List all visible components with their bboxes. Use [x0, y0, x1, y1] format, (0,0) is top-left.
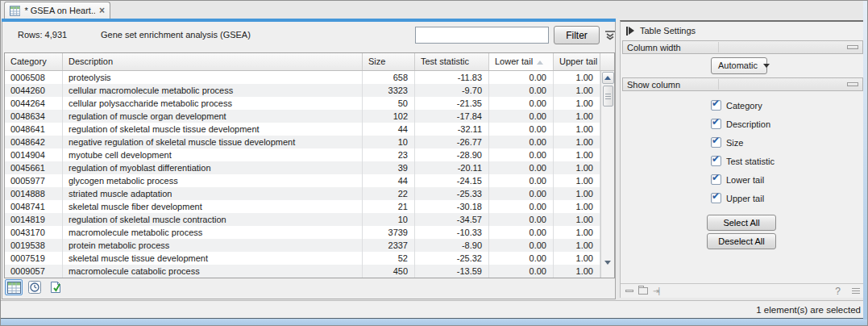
cell-upper-tail[interactable]: 1.00	[554, 123, 600, 136]
cell-lower-tail[interactable]: 0.00	[489, 213, 554, 226]
checkbox-checked-icon[interactable]: ✔	[711, 156, 721, 166]
cell-category[interactable]: 0045661	[5, 161, 63, 174]
cell-description[interactable]: glycogen metabolic process	[63, 174, 363, 187]
cell-upper-tail[interactable]: 1.00	[554, 226, 600, 239]
cell-lower-tail[interactable]: 0.00	[489, 136, 554, 148]
cell-description[interactable]: negative regulation of skeletal muscle t…	[63, 136, 363, 148]
cell-test-statistic[interactable]: -32.11	[415, 123, 489, 136]
side-panel-menu-icon[interactable]	[852, 288, 860, 294]
cell-test-statistic[interactable]: -11.83	[415, 71, 489, 84]
cell-category[interactable]: 0048634	[5, 110, 63, 123]
column-header-upper-tail[interactable]: Upper tail	[554, 53, 600, 70]
cell-category[interactable]: 0014904	[5, 148, 63, 161]
cell-size[interactable]: 52	[363, 252, 415, 265]
cell-size[interactable]: 50	[363, 97, 415, 110]
cell-test-statistic[interactable]: -24.15	[415, 174, 489, 187]
table-view-icon[interactable]	[5, 279, 23, 295]
cell-category[interactable]: 0048741	[5, 200, 63, 213]
column-header-category[interactable]: Category	[5, 53, 63, 70]
cell-lower-tail[interactable]: 0.00	[489, 110, 554, 123]
cell-description[interactable]: regulation of skeletal muscle contractio…	[63, 213, 363, 226]
cell-category[interactable]: 0014888	[5, 187, 63, 200]
float-side-panel-icon[interactable]	[638, 287, 648, 295]
side-panel-title-row[interactable]: Table Settings	[621, 22, 865, 40]
cell-lower-tail[interactable]: 0.00	[489, 226, 554, 239]
collapse-section-icon[interactable]	[847, 82, 858, 86]
table-row[interactable]: 0019538 protein metabolic process 2337 -…	[5, 239, 614, 252]
cell-upper-tail[interactable]: 1.00	[554, 84, 600, 97]
cell-size[interactable]: 39	[363, 161, 415, 174]
cell-upper-tail[interactable]: 1.00	[554, 239, 600, 252]
column-header-lower-tail[interactable]: Lower tail	[489, 53, 554, 70]
filter-search-input[interactable]	[415, 27, 549, 44]
cell-test-statistic[interactable]: -20.11	[415, 161, 489, 174]
table-row[interactable]: 0048642 negative regulation of skeletal …	[5, 136, 614, 148]
column-checkbox-row[interactable]: ✔ Test statistic	[621, 152, 865, 170]
cell-category[interactable]: 0014819	[5, 213, 63, 226]
column-header-size[interactable]: Size	[363, 53, 415, 70]
column-width-section-header[interactable]: Column width	[622, 40, 863, 54]
history-view-icon[interactable]	[26, 279, 44, 295]
cell-size[interactable]: 102	[363, 110, 415, 123]
cell-upper-tail[interactable]: 1.00	[554, 252, 600, 265]
table-row[interactable]: 0048741 skeletal muscle fiber developmen…	[5, 200, 614, 213]
cell-test-statistic[interactable]: -30.18	[415, 200, 489, 213]
cell-category[interactable]: 0009057	[5, 265, 63, 278]
cell-lower-tail[interactable]: 0.00	[489, 252, 554, 265]
cell-category[interactable]: 0019538	[5, 239, 63, 252]
cell-lower-tail[interactable]: 0.00	[489, 148, 554, 161]
cell-test-statistic[interactable]: -34.57	[415, 213, 489, 226]
cell-test-statistic[interactable]: -25.32	[415, 252, 489, 265]
cell-size[interactable]: 10	[363, 213, 415, 226]
cell-category[interactable]: 0043170	[5, 226, 63, 239]
cell-description[interactable]: protein metabolic process	[63, 239, 363, 252]
cell-description[interactable]: myotube cell development	[63, 148, 363, 161]
cell-size[interactable]: 44	[363, 174, 415, 187]
table-row[interactable]: 0014904 myotube cell development 23 -28.…	[5, 148, 614, 161]
table-row[interactable]: 0006508 proteolysis 658 -11.83 0.00 1.00	[5, 71, 614, 84]
cell-lower-tail[interactable]: 0.00	[489, 161, 554, 174]
table-row[interactable]: 0043170 macromolecule metabolic process …	[5, 226, 614, 239]
table-row[interactable]: 0007519 skeletal muscle tissue developme…	[5, 252, 614, 265]
cell-description[interactable]: macromolecule catabolic process	[63, 265, 363, 278]
table-row[interactable]: 0045661 regulation of myoblast different…	[5, 161, 614, 174]
tab-close-icon[interactable]: ×	[99, 5, 105, 16]
cell-test-statistic[interactable]: -13.59	[415, 265, 489, 278]
cell-description[interactable]: skeletal muscle fiber development	[63, 200, 363, 213]
cell-description[interactable]: proteolysis	[63, 71, 363, 84]
select-all-button[interactable]: Select All	[707, 215, 776, 231]
checkbox-checked-icon[interactable]: ✔	[711, 100, 721, 111]
cell-test-statistic[interactable]: -21.35	[415, 97, 489, 110]
cell-description[interactable]: regulation of muscle organ development	[63, 110, 363, 123]
help-icon[interactable]: ?	[835, 286, 841, 297]
cell-upper-tail[interactable]: 1.00	[554, 265, 600, 278]
cell-size[interactable]: 21	[363, 200, 415, 213]
cell-upper-tail[interactable]: 1.00	[554, 148, 600, 161]
cell-category[interactable]: 0048641	[5, 123, 63, 136]
scroll-down-button[interactable]	[604, 265, 611, 274]
cell-size[interactable]: 658	[363, 71, 415, 84]
table-row[interactable]: 0044260 cellular macromolecule metabolic…	[5, 84, 614, 97]
table-vertical-scrollbar[interactable]	[600, 71, 614, 278]
cell-category[interactable]: 0005977	[5, 174, 63, 187]
cell-upper-tail[interactable]: 1.00	[554, 71, 600, 84]
cell-size[interactable]: 3739	[363, 226, 415, 239]
cell-upper-tail[interactable]: 1.00	[554, 97, 600, 110]
cell-size[interactable]: 3323	[363, 84, 415, 97]
table-row[interactable]: 0014819 regulation of skeletal muscle co…	[5, 213, 614, 226]
cell-upper-tail[interactable]: 1.00	[554, 161, 600, 174]
cell-size[interactable]: 2337	[363, 239, 415, 252]
table-row[interactable]: 0009057 macromolecule catabolic process …	[5, 265, 614, 278]
deselect-all-button[interactable]: Deselect All	[707, 233, 776, 249]
cell-upper-tail[interactable]: 1.00	[554, 200, 600, 213]
table-row[interactable]: 0048641 regulation of skeletal muscle ti…	[5, 123, 614, 136]
cell-lower-tail[interactable]: 0.00	[489, 187, 554, 200]
cell-category[interactable]: 0007519	[5, 252, 63, 265]
checkbox-checked-icon[interactable]: ✔	[711, 137, 721, 148]
cell-lower-tail[interactable]: 0.00	[489, 123, 554, 136]
cell-upper-tail[interactable]: 1.00	[554, 136, 600, 148]
table-row[interactable]: 0048634 regulation of muscle organ devel…	[5, 110, 614, 123]
column-checkbox-row[interactable]: ✔ Category	[621, 96, 865, 115]
cell-test-statistic[interactable]: -26.77	[415, 136, 489, 148]
cell-size[interactable]: 44	[363, 123, 415, 136]
